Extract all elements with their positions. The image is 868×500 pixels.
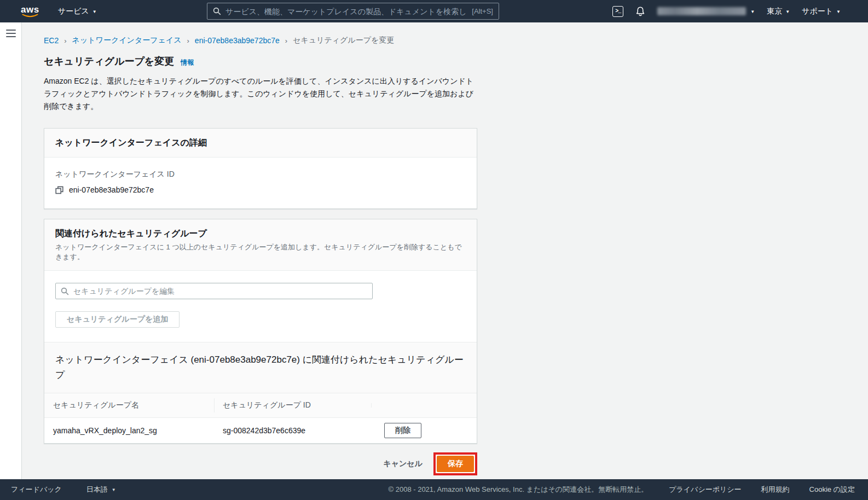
bell-icon [635,6,645,17]
cancel-button[interactable]: キャンセル [383,459,423,469]
search-icon [213,7,221,15]
copy-button[interactable] [55,186,63,194]
account-menu[interactable]: ▼ [657,7,755,15]
global-search-box[interactable]: [Alt+S] [207,3,499,20]
breadcrumb-eni-id[interactable]: eni-07eb8e3ab9e72bc7e [195,36,280,45]
sg-name-cell: yamaha_vRX_deploy_lan2_sg [44,421,214,440]
language-menu[interactable]: 日本語 ▼ [86,485,116,495]
sg-table-header-row: セキュリティグループ名 セキュリティグループ ID [44,393,477,417]
terms-of-use-link[interactable]: 利用規約 [761,485,790,495]
support-menu[interactable]: サポート ▼ [802,7,841,16]
add-security-group-button[interactable]: セキュリティグループを追加 [55,311,180,328]
copyright-text: © 2008 - 2021, Amazon Web Services, Inc.… [389,485,649,495]
page-content: EC2 › ネットワークインターフェイス › eni-07eb8e3ab9e72… [22,22,868,479]
security-group-select[interactable] [55,283,373,299]
aws-logo-text: aws [21,5,39,14]
column-header-sg-name: セキュリティグループ名 [44,393,214,417]
language-label: 日本語 [86,485,108,495]
cloudshell-icon: >_ [612,6,623,17]
save-button[interactable]: 保存 [437,456,474,472]
feedback-link[interactable]: フィードバック [11,485,62,495]
page-description: Amazon EC2 は、選択したセキュリティグループのすべてのルールを評価して… [44,75,477,113]
save-button-highlight-annotation: 保存 [433,452,477,475]
support-label: サポート [802,7,833,16]
column-header-actions [371,398,477,412]
chevron-down-icon: ▼ [750,10,755,14]
page-title: セキュリティグループを変更 [44,55,174,68]
sg-id-cell: sg-008242d3b7e6c639e [214,421,371,440]
form-actions: キャンセル 保存 [44,452,477,475]
aws-logo[interactable]: aws [21,5,39,18]
region-label: 東京 [767,7,782,16]
chevron-down-icon: ▼ [836,10,841,14]
breadcrumb-current-page: セキュリティグループを変更 [293,36,394,45]
notifications-button[interactable] [635,6,645,17]
details-panel-title: ネットワークインターフェイスの詳細 [55,137,466,149]
hamburger-menu-icon[interactable] [6,30,16,39]
details-panel-header: ネットワークインターフェイスの詳細 [44,129,477,158]
privacy-policy-link[interactable]: プライバシーポリシー [669,485,741,495]
account-name-redacted [657,7,746,15]
topnav-right-cluster: >_ ▼ 東京 ▼ サポート ▼ [612,0,841,22]
breadcrumb-separator: › [187,37,189,45]
page-title-row: セキュリティグループを変更 情報 [44,55,477,68]
sg-panel-body: セキュリティグループを追加 [44,271,477,342]
breadcrumb-network-interfaces[interactable]: ネットワークインターフェイス [72,36,182,45]
associated-security-groups-panel: 関連付けられたセキュリティグループ ネットワークインターフェイスに 1 つ以上の… [44,219,477,444]
associated-sg-table-title: ネットワークインターフェイス (eni-07eb8e3ab9e72bc7e) に… [44,342,477,393]
copy-icon [55,186,63,194]
network-interface-id-value-row: eni-07eb8e3ab9e72bc7e [55,185,466,194]
info-link[interactable]: 情報 [181,58,194,67]
security-group-select-input[interactable] [73,287,367,295]
breadcrumb: EC2 › ネットワークインターフェイス › eni-07eb8e3ab9e72… [44,36,477,45]
search-icon [61,287,69,295]
cookie-settings-link[interactable]: Cookie の設定 [809,485,855,495]
network-interface-details-panel: ネットワークインターフェイスの詳細 ネットワークインターフェイス ID eni-… [44,128,477,209]
details-panel-body: ネットワークインターフェイス ID eni-07eb8e3ab9e72bc7e [44,158,477,208]
aws-smile-icon [22,14,38,18]
search-shortcut-hint: [Alt+S] [472,7,493,15]
services-menu-label: サービス [58,7,89,16]
footer-links: プライバシーポリシー 利用規約 Cookie の設定 [669,485,855,495]
column-header-sg-id: セキュリティグループ ID [214,393,371,417]
sg-action-cell: 削除 [371,418,477,443]
delete-button[interactable]: 削除 [384,423,421,438]
chevron-down-icon: ▼ [92,10,97,14]
table-row: yamaha_vRX_deploy_lan2_sg sg-008242d3b7e… [44,417,477,443]
breadcrumb-ec2[interactable]: EC2 [44,36,59,45]
sg-panel-header: 関連付けられたセキュリティグループ ネットワークインターフェイスに 1 つ以上の… [44,219,477,271]
services-menu[interactable]: サービス ▼ [58,7,97,16]
global-search-input[interactable] [225,7,467,16]
sg-panel-subtitle: ネットワークインターフェイスに 1 つ以上のセキュリティグループを追加します。セ… [55,242,466,262]
collapsed-sidebar [0,22,22,479]
sg-panel-title: 関連付けられたセキュリティグループ [55,228,466,240]
cloudshell-button[interactable]: >_ [612,6,623,17]
breadcrumb-separator: › [285,37,287,45]
breadcrumb-separator: › [64,37,66,45]
top-navigation-bar: aws サービス ▼ [Alt+S] >_ ▼ 東京 [0,0,868,22]
footer-bar: フィードバック 日本語 ▼ © 2008 - 2021, Amazon Web … [0,479,868,500]
network-interface-id-value: eni-07eb8e3ab9e72bc7e [69,185,154,194]
main-area: EC2 › ネットワークインターフェイス › eni-07eb8e3ab9e72… [0,22,868,479]
network-interface-id-label: ネットワークインターフェイス ID [55,170,466,179]
region-menu[interactable]: 東京 ▼ [767,7,790,16]
chevron-down-icon: ▼ [112,488,116,492]
chevron-down-icon: ▼ [785,10,790,14]
